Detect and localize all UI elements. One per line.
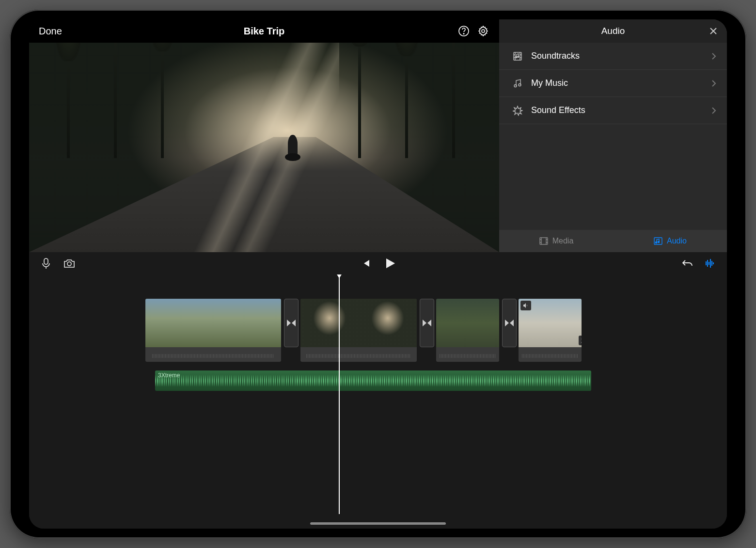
sound-effects-row[interactable]: Sound Effects: [499, 97, 727, 124]
settings-button[interactable]: [477, 25, 489, 37]
svg-point-1: [463, 33, 464, 34]
close-panel-button[interactable]: [709, 26, 718, 36]
skip-back-button[interactable]: [359, 256, 373, 271]
clip-audio-waveform: [145, 347, 281, 362]
audio-panel-title: Audio: [601, 26, 625, 36]
video-preview[interactable]: [29, 43, 499, 252]
home-indicator[interactable]: [310, 522, 446, 525]
svg-rect-12: [44, 258, 48, 264]
audio-panel: Audio Soundtracks: [499, 19, 727, 252]
video-clip-3[interactable]: [436, 299, 499, 362]
svg-point-13: [67, 262, 71, 266]
chevron-right-icon: [711, 80, 716, 87]
chevron-right-icon: [711, 52, 716, 60]
media-tab[interactable]: Media: [499, 230, 613, 252]
audio-tab[interactable]: Audio: [613, 230, 727, 252]
audio-category-list: Soundtracks My Music: [499, 43, 727, 230]
svg-point-2: [482, 30, 485, 32]
audio-track[interactable]: 3Xtreme: [155, 371, 591, 391]
help-button[interactable]: [457, 25, 470, 37]
my-music-label: My Music: [531, 78, 711, 88]
audio-track-waveform: [155, 371, 591, 391]
transition-1[interactable]: [284, 299, 299, 347]
preview-header: Done Bike Trip: [29, 19, 499, 43]
media-tab-label: Media: [552, 237, 574, 245]
chevron-right-icon: [711, 107, 716, 114]
clip-audio-waveform: [436, 347, 499, 362]
mute-badge-icon: [520, 301, 531, 310]
soundtracks-row[interactable]: Soundtracks: [499, 43, 727, 70]
clip-audio-waveform: [519, 347, 582, 362]
soundtracks-label: Soundtracks: [531, 51, 711, 61]
sound-effects-label: Sound Effects: [531, 105, 711, 115]
film-icon: [539, 236, 549, 246]
microphone-button[interactable]: [39, 256, 53, 271]
svg-point-10: [655, 242, 657, 243]
video-clip-4[interactable]: 27.0s: [519, 299, 582, 362]
audio-tab-label: Audio: [667, 237, 687, 245]
audio-tab-icon: [653, 236, 663, 246]
undo-button[interactable]: [680, 256, 695, 271]
svg-point-5: [518, 56, 519, 57]
my-music-row[interactable]: My Music: [499, 70, 727, 97]
film-music-icon: [510, 51, 525, 62]
clip-duration-label: 27.0s: [579, 336, 582, 345]
audio-track-name: 3Xtreme: [158, 372, 180, 379]
burst-icon: [510, 105, 525, 116]
waveform-toggle-button[interactable]: [703, 256, 717, 271]
playhead[interactable]: [339, 274, 340, 514]
transition-2[interactable]: [420, 299, 434, 347]
music-note-icon: [510, 78, 525, 89]
audio-panel-header: Audio: [499, 19, 727, 43]
video-clip-2[interactable]: [300, 299, 417, 362]
play-button[interactable]: [383, 256, 397, 271]
done-button[interactable]: Done: [39, 26, 62, 37]
svg-point-11: [658, 241, 659, 242]
project-title: Bike Trip: [29, 26, 499, 37]
svg-point-4: [516, 56, 517, 58]
video-preview-panel: Done Bike Trip: [29, 19, 499, 252]
camera-button[interactable]: [62, 256, 77, 271]
video-clip-1[interactable]: [145, 299, 281, 362]
panel-tabs: Media Audio: [499, 230, 727, 252]
timeline[interactable]: 27.0s 3Xtreme: [29, 274, 727, 529]
transition-3[interactable]: [502, 299, 517, 347]
clip-audio-waveform: [300, 347, 417, 362]
playback-toolbar: [29, 252, 727, 274]
video-clips-row: 27.0s: [145, 299, 717, 362]
